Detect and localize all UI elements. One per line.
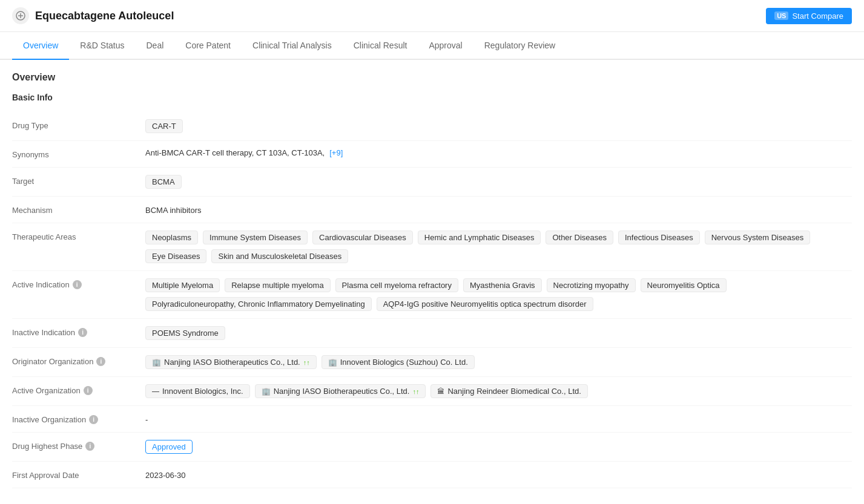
inactive-org-info-icon: i [89,415,98,424]
synonyms-label: Synonyms [12,148,145,159]
inactive-org-label: Inactive Organization i [12,413,145,424]
ta-tag-eye: Eye Diseases [145,249,206,263]
drug-icon [12,7,29,24]
inactive-indication-label: Inactive Indication i [12,326,145,337]
drug-type-row: Drug Type CAR-T [12,112,852,141]
header: Equecabtagene Autoleucel US Start Compar… [0,0,864,32]
ai-tag-aqp4: AQP4-IgG positive Neuromyelitis optica s… [377,297,593,311]
first-approval-label: First Approval Date [12,469,145,480]
active-org-1[interactable]: — Innovent Biologics, Inc. [145,384,250,398]
ta-tag-hemic: Hemic and Lymphatic Diseases [418,231,541,244]
ta-tag-cardiovascular: Cardiovascular Diseases [312,231,413,244]
drug-type-label: Drug Type [12,119,145,130]
ta-tag-other: Other Diseases [546,231,613,244]
tab-deal[interactable]: Deal [136,32,175,60]
active-org-1-name: Innovent Biologics, Inc. [162,387,243,396]
drug-phase-row: Drug Highest Phase i Approved [12,433,852,462]
inactive-indication-value: POEMS Syndrome [145,326,852,340]
ai-tag-necrotizing: Necrotizing myopathy [547,278,636,292]
drug-phase-value: Approved [145,440,852,454]
active-org-info-icon: i [84,386,93,395]
ai-tag-relapse: Relapse multiple myeloma [225,278,330,292]
page-title: Overview [12,72,852,83]
active-indication-row: Active Indication i Multiple Myeloma Rel… [12,271,852,319]
active-org-3-name: Nanjing Reindeer Biomedical Co., Ltd. [447,387,581,396]
inactive-indication-info-icon: i [78,328,87,337]
active-indication-label: Active Indication i [12,278,145,289]
active-org-value: — Innovent Biologics, Inc. 🏢 Nanjing IAS… [145,384,852,398]
active-org-row: Active Organization i — Innovent Biologi… [12,377,852,406]
ta-tag-neoplasms: Neoplasms [145,231,198,244]
inactive-org-value: - [145,413,852,424]
drug-phase-info-icon: i [85,442,94,451]
originator-org-1-icon: 🏢 [152,358,161,367]
mechanism-text: BCMA inhibitors [145,204,201,215]
therapeutic-areas-row: Therapeutic Areas Neoplasms Immune Syste… [12,223,852,271]
ai-tag-polyradiculoneuropathy: Polyradiculoneuropathy, Chronic Inflamma… [145,297,372,311]
originator-org-row: Originator Organization i 🏢 Nanjing IASO… [12,348,852,377]
originator-org-value: 🏢 Nanjing IASO Biotherapeutics Co., Ltd.… [145,355,852,369]
active-org-3-icon: 🏛 [437,387,444,396]
inactive-org-row: Inactive Organization i - [12,406,852,433]
first-approval-row: First Approval Date 2023-06-30 [12,462,852,488]
mechanism-row: Mechanism BCMA inhibitors [12,197,852,223]
drug-phase-approved-tag: Approved [145,440,193,454]
therapeutic-areas-tags: Neoplasms Immune System Diseases Cardiov… [145,231,852,263]
tab-regulatory-review[interactable]: Regulatory Review [473,32,567,60]
drug-title: Equecabtagene Autoleucel [35,10,174,22]
ai-tag-multiple-myeloma: Multiple Myeloma [145,278,220,292]
originator-org-info-icon: i [96,357,105,366]
first-approval-date: 2023-06-30 [145,469,186,480]
originator-org-label: Originator Organization i [12,355,145,366]
synonyms-more[interactable]: [+9] [329,148,343,157]
tab-clinical-trial[interactable]: Clinical Trial Analysis [242,32,343,60]
compare-badge: US [774,11,788,20]
therapeutic-areas-label: Therapeutic Areas [12,231,145,241]
mechanism-value: BCMA inhibitors [145,204,852,215]
tab-core-patent[interactable]: Core Patent [174,32,242,60]
compare-button[interactable]: US Start Compare [766,8,852,24]
ta-tag-nervous: Nervous System Diseases [705,231,810,244]
content-area: Overview Basic Info Drug Type CAR-T Syno… [0,60,864,500]
drug-phase-label: Drug Highest Phase i [12,440,145,451]
inactive-indication-row: Inactive Indication i POEMS Syndrome [12,319,852,348]
active-org-2-name: Nanjing IASO Biotherapeutics Co., Ltd. [274,387,410,396]
compare-label: Start Compare [792,11,843,21]
tab-overview[interactable]: Overview [12,32,69,60]
tab-approval[interactable]: Approval [418,32,473,60]
originator-org-1-name: Nanjing IASO Biotherapeutics Co., Ltd. [164,358,300,367]
ta-tag-infectious: Infectious Diseases [618,231,700,244]
section-title: Basic Info [12,93,852,102]
active-indication-info-icon: i [73,280,82,289]
target-label: Target [12,175,145,186]
drug-type-value: CAR-T [145,119,852,133]
originator-org-2-name: Innovent Biologics (Suzhou) Co. Ltd. [340,358,468,367]
first-approval-value: 2023-06-30 [145,469,852,480]
ta-tag-immune: Immune System Diseases [203,231,308,244]
header-left: Equecabtagene Autoleucel [12,7,174,24]
target-tag: BCMA [145,175,182,189]
inactive-org-dash: - [145,413,148,424]
mechanism-label: Mechanism [12,204,145,215]
inactive-indication-tag: POEMS Syndrome [145,326,225,340]
active-indication-tags: Multiple Myeloma Relapse multiple myelom… [145,278,852,311]
active-org-2[interactable]: 🏢 Nanjing IASO Biotherapeutics Co., Ltd.… [255,384,426,398]
active-org-1-icon: — [152,387,159,396]
originator-org-2-icon: 🏢 [328,358,337,367]
ta-tag-skin: Skin and Musculoskeletal Diseases [211,249,348,263]
ai-tag-neuromyelitis: Neuromyelitis Optica [641,278,727,292]
ai-tag-myasthenia: Myasthenia Gravis [463,278,542,292]
synonyms-value: Anti-BMCA CAR-T cell therapy, CT 103A, C… [145,148,852,157]
ai-tag-plasma: Plasma cell myeloma refractory [335,278,458,292]
active-org-2-icon: 🏢 [262,387,271,396]
tab-clinical-result[interactable]: Clinical Result [343,32,418,60]
target-row: Target BCMA [12,168,852,197]
active-org-label: Active Organization i [12,384,145,395]
originator-org-2[interactable]: 🏢 Innovent Biologics (Suzhou) Co. Ltd. [322,355,475,369]
target-value: BCMA [145,175,852,189]
tabs-bar: Overview R&D Status Deal Core Patent Cli… [0,32,864,60]
originator-org-1[interactable]: 🏢 Nanjing IASO Biotherapeutics Co., Ltd.… [145,355,317,369]
synonyms-row: Synonyms Anti-BMCA CAR-T cell therapy, C… [12,141,852,168]
tab-rd-status[interactable]: R&D Status [69,32,135,60]
active-org-3[interactable]: 🏛 Nanjing Reindeer Biomedical Co., Ltd. [430,384,587,398]
